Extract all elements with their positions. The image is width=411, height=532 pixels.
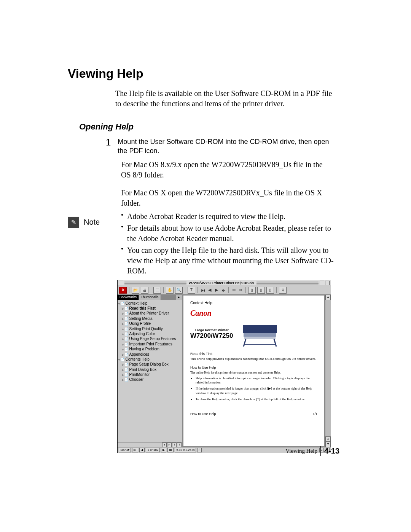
svg-rect-1 — [244, 333, 276, 337]
close-box[interactable] — [119, 281, 123, 285]
howto-heading: How to Use Help — [190, 366, 317, 369]
help-description: This online help provides explanations c… — [190, 357, 317, 361]
page-foot-left: How to Use Help — [190, 412, 216, 416]
note-label: Note — [84, 218, 100, 227]
page-size: 5.83 x 8.26 in — [175, 448, 196, 452]
svg-rect-0 — [243, 325, 277, 333]
note-item: Adobe Acrobat Reader is required to view… — [121, 211, 334, 222]
read-first-label: Read this First — [190, 352, 317, 356]
bookmark-tree[interactable]: Context Help Read this First About the P… — [118, 300, 182, 442]
howto-bullet: If the information provided is longer th… — [196, 387, 317, 395]
last-page-btn[interactable]: ⏭ — [167, 448, 174, 452]
scroll-up2-icon[interactable]: ▴ — [325, 436, 331, 442]
bookmarks-icon[interactable]: ☰ — [153, 287, 161, 294]
zoom-level[interactable]: 100% ▾ — [119, 448, 131, 452]
find-icon[interactable]: ⚲ — [279, 287, 287, 294]
sidebar-menu-icon[interactable]: ▸ — [176, 295, 182, 300]
tree-node[interactable]: About the Printer Driver — [124, 311, 169, 315]
note-list: Adobe Acrobat Reader is required to view… — [121, 211, 334, 276]
large-format-label: Large Format Printer — [190, 328, 233, 332]
tree-node[interactable]: Having a Problem — [124, 347, 159, 351]
svg-line-3 — [244, 339, 246, 347]
open-icon[interactable]: 📂 — [132, 287, 139, 294]
acrobat-window: W7200/W7250 Printer Driver Help OS 8/9 A… — [117, 280, 331, 453]
zoom-box[interactable] — [320, 281, 324, 285]
tree-node[interactable]: Page Setup Dialog Box — [124, 362, 169, 366]
scroll-up-icon[interactable]: ▴ — [325, 295, 331, 300]
page-number: 4-13 — [324, 447, 339, 455]
model-label: W7200/W7250 — [190, 332, 233, 340]
pdf-page: Context Help Canon Large Format Printer … — [183, 296, 324, 446]
printer-illustration — [239, 321, 281, 347]
tree-node[interactable]: Setting Media — [124, 316, 152, 321]
page-layout-2-icon[interactable]: ▯ — [257, 287, 265, 294]
next-page-icon[interactable]: ▶ — [214, 287, 219, 293]
first-page-icon[interactable]: ⏮ — [200, 287, 206, 293]
sidebar-resize2-icon[interactable]: ⋮ — [177, 443, 182, 447]
prev-page-btn[interactable]: ◀ — [139, 448, 145, 452]
thumbnails-tab[interactable]: Thumbnails — [139, 295, 161, 300]
adobe-icon: A — [119, 287, 127, 294]
collapse-box[interactable] — [325, 281, 330, 285]
back-icon[interactable]: ⇦ — [231, 287, 236, 293]
note-item: For details about how to use Adobe Acrob… — [121, 223, 334, 244]
tree-node[interactable]: Chooser — [124, 377, 143, 382]
svg-line-4 — [274, 339, 276, 347]
tree-node[interactable]: Context Help — [121, 301, 147, 305]
print-icon[interactable]: 🖨 — [141, 287, 148, 294]
note-icon: ✎ — [68, 217, 79, 228]
tree-node[interactable]: PrintMonitor — [124, 372, 150, 377]
page-layout-1-icon[interactable]: ▯ — [248, 287, 256, 294]
zoom-icon[interactable]: 🔍 — [175, 287, 183, 294]
prev-page-icon[interactable]: ◀ — [207, 287, 212, 293]
tree-node[interactable]: Read this First — [124, 306, 156, 310]
page-title: Viewing Help — [68, 67, 334, 81]
canon-logo: Canon — [190, 309, 317, 318]
step-detail-2: For Mac OS X open the W7200W7250DRVx_Us … — [121, 188, 334, 208]
tree-node[interactable]: Using Profile — [124, 321, 151, 326]
intro-paragraph: The Help file is available on the User S… — [115, 88, 334, 109]
howto-intro: The online Help for this printer driver … — [190, 371, 317, 375]
tree-node[interactable]: Contents Help — [121, 357, 150, 361]
document-footer: Viewing Help 4-13 — [285, 446, 339, 456]
tree-node[interactable]: Adjusting Color — [124, 332, 155, 336]
note-item: You can copy the Help file to the hard d… — [121, 245, 334, 276]
tree-node[interactable]: Important Print Feautures — [124, 342, 172, 346]
text-select-icon[interactable]: T — [188, 287, 195, 294]
window-title: W7200/W7250 Printer Driver Help OS 8/9 — [186, 281, 256, 285]
next-page-btn[interactable]: ▶ — [161, 448, 166, 452]
page-indicator: 1 of 182 — [146, 448, 160, 452]
page-foot-right: 1/1 — [312, 412, 317, 416]
step-detail-1: For Mac OS 8.x/9.x open the W7200W7250DR… — [121, 160, 334, 180]
vertical-scrollbar[interactable]: ▴ ▴ ▾ — [325, 295, 331, 447]
first-page-btn[interactable]: ⏮ — [132, 448, 138, 452]
page-layout-3-icon[interactable]: ▯ — [266, 287, 274, 294]
toolbar: A 📂 🖨 ☰ ✋ 🔍 T ⏮ ◀ ▶ ⏭ ⇦ ⇨ ▯ ▯ ▯ ⚲ — [118, 286, 331, 295]
sidebar-resize-icon[interactable]: ⋮ — [172, 443, 177, 447]
window-titlebar: W7200/W7250 Printer Driver Help OS 8/9 — [118, 280, 331, 286]
sidebar-scroll-left-icon[interactable]: ◂ — [162, 443, 167, 447]
tree-node[interactable]: Using Page Setup Features — [124, 337, 176, 341]
step-instruction: Mount the User Software CD-ROM into the … — [118, 137, 334, 156]
sidebar-scroll-right-icon[interactable]: ▸ — [167, 443, 172, 447]
howto-bullet: Help information is classified into topi… — [196, 376, 317, 385]
tree-node[interactable]: Setting Print Quality — [124, 327, 163, 331]
forward-icon[interactable]: ⇨ — [238, 287, 243, 293]
tree-node[interactable]: Appendices — [124, 352, 149, 356]
bookmarks-sidebar: Bookmarks Thumbnails ▸ Context Help Read… — [118, 295, 183, 447]
context-help-label: Context Help — [190, 301, 317, 305]
step-number: 1 — [106, 138, 111, 147]
footer-label: Viewing Help — [285, 448, 317, 454]
last-page-icon[interactable]: ⏭ — [221, 287, 226, 293]
page-layout-btn[interactable]: ▯ — [197, 448, 202, 452]
hand-icon[interactable]: ✋ — [166, 287, 174, 294]
howto-bullet: To close the Help window, click the clos… — [196, 397, 317, 401]
tree-node[interactable]: Print Dialog Box — [124, 367, 156, 372]
bookmarks-tab[interactable]: Bookmarks — [118, 295, 139, 300]
section-heading: Opening Help — [79, 122, 334, 132]
svg-rect-2 — [244, 337, 276, 339]
